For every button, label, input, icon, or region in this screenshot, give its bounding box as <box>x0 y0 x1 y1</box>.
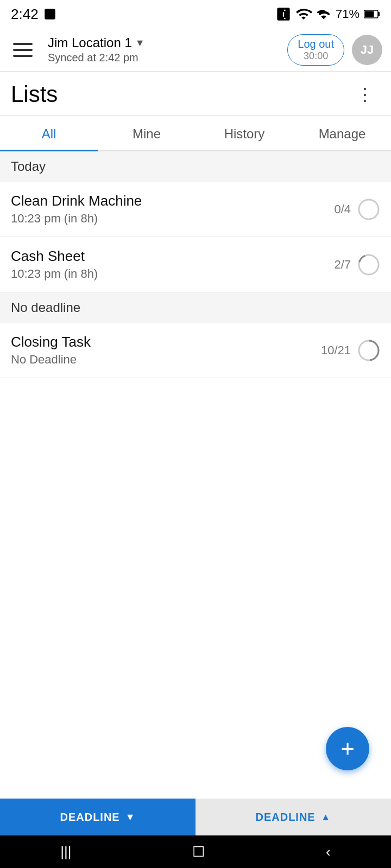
sort-up-arrow-icon: ▲ <box>321 812 331 823</box>
list-item-right: 2/7 <box>334 253 380 276</box>
more-options-button[interactable]: ⋮ <box>351 82 380 107</box>
list-item[interactable]: Clean Drink Machine 10:23 pm (in 8h) 0/4 <box>0 182 391 237</box>
top-bar: Jim Location 1 ▼ Synced at 2:42 pm Log o… <box>0 28 391 72</box>
avatar[interactable]: JJ <box>352 35 382 65</box>
page-header: Lists ⋮ <box>0 72 391 115</box>
svg-point-3 <box>359 200 379 219</box>
list-item-right: 0/4 <box>334 198 380 221</box>
list-item-content: Clean Drink Machine 10:23 pm (in 8h) <box>11 193 334 226</box>
sort-down-arrow-icon: ▼ <box>125 812 136 823</box>
page-title: Lists <box>11 81 58 107</box>
tab-all-label: All <box>42 126 56 141</box>
list-item-subtitle: 10:23 pm (in 8h) <box>11 267 334 281</box>
content-area: Today Clean Drink Machine 10:23 pm (in 8… <box>0 151 391 487</box>
progress-text: 0/4 <box>334 202 351 216</box>
tab-history[interactable]: History <box>195 116 293 150</box>
tab-all[interactable]: All <box>0 116 98 150</box>
wifi-icon <box>295 6 312 22</box>
svg-rect-2 <box>365 11 374 17</box>
tab-history-label: History <box>224 126 265 141</box>
progress-text: 10/21 <box>321 343 351 358</box>
status-icons: 71% <box>276 6 380 22</box>
tab-mine-label: Mine <box>133 126 161 141</box>
progress-circle-icon <box>357 339 380 362</box>
list-item-content: Closing Task No Deadline <box>11 334 321 367</box>
sync-status: Synced at 2:42 pm <box>48 52 287 64</box>
logout-timer: 30:00 <box>298 50 334 62</box>
section-header-today: Today <box>0 151 391 182</box>
tabs-container: All Mine History Manage <box>0 116 391 151</box>
list-item-subtitle: 10:23 pm (in 8h) <box>11 212 334 226</box>
list-item-right: 10/21 <box>321 339 380 362</box>
list-item[interactable]: Cash Sheet 10:23 pm (in 8h) 2/7 <box>0 237 391 292</box>
logout-label: Log out <box>298 38 334 50</box>
status-bar: 2:42 71% <box>0 0 391 28</box>
list-item-title: Cash Sheet <box>11 248 334 265</box>
list-item-content: Cash Sheet 10:23 pm (in 8h) <box>11 248 334 281</box>
sort-deadline-asc-label: DEADLINE <box>255 811 315 824</box>
location-info: Jim Location 1 ▼ Synced at 2:42 pm <box>48 35 287 64</box>
nfc-icon <box>276 7 291 22</box>
logout-button[interactable]: Log out 30:00 <box>287 34 344 66</box>
progress-circle-icon <box>357 198 380 221</box>
section-header-today-text: Today <box>11 159 46 174</box>
tab-mine[interactable]: Mine <box>98 116 195 150</box>
sort-deadline-desc-label: DEADLINE <box>60 811 119 824</box>
back-button[interactable]: ‹ <box>313 839 344 865</box>
sort-deadline-asc-button[interactable]: DEADLINE ▲ <box>195 799 391 835</box>
section-header-no-deadline-text: No deadline <box>11 300 80 315</box>
section-header-no-deadline: No deadline <box>0 292 391 323</box>
location-name-text: Jim Location 1 <box>48 35 132 50</box>
chevron-down-icon: ▼ <box>135 37 145 49</box>
photo-icon <box>43 7 57 21</box>
location-selector[interactable]: Jim Location 1 ▼ <box>48 35 287 50</box>
status-time-group: 2:42 <box>11 6 57 23</box>
list-item-subtitle: No Deadline <box>11 353 321 367</box>
progress-circle-icon <box>357 253 380 276</box>
svg-rect-1 <box>378 12 380 16</box>
battery-percentage: 71% <box>336 7 360 21</box>
avatar-initials: JJ <box>361 43 374 57</box>
list-item-title: Closing Task <box>11 334 321 350</box>
add-list-button[interactable]: + <box>326 727 369 770</box>
sort-bar: DEADLINE ▼ DEADLINE ▲ <box>0 799 391 835</box>
tab-manage[interactable]: Manage <box>293 116 391 150</box>
list-item[interactable]: Closing Task No Deadline 10/21 <box>0 323 391 378</box>
hamburger-button[interactable] <box>9 39 37 61</box>
progress-text: 2/7 <box>334 258 351 272</box>
tab-manage-label: Manage <box>319 126 366 141</box>
recent-apps-button[interactable]: ||| <box>47 839 84 865</box>
status-time: 2:42 <box>11 6 39 23</box>
list-item-title: Clean Drink Machine <box>11 193 334 209</box>
sort-deadline-desc-button[interactable]: DEADLINE ▼ <box>0 799 195 835</box>
battery-icon <box>364 9 380 20</box>
top-bar-actions: Log out 30:00 JJ <box>287 34 382 66</box>
home-button[interactable]: ☐ <box>179 839 218 865</box>
android-nav-bar: ||| ☐ ‹ <box>0 835 391 868</box>
plus-icon: + <box>340 737 355 761</box>
signal-icon <box>316 7 331 22</box>
